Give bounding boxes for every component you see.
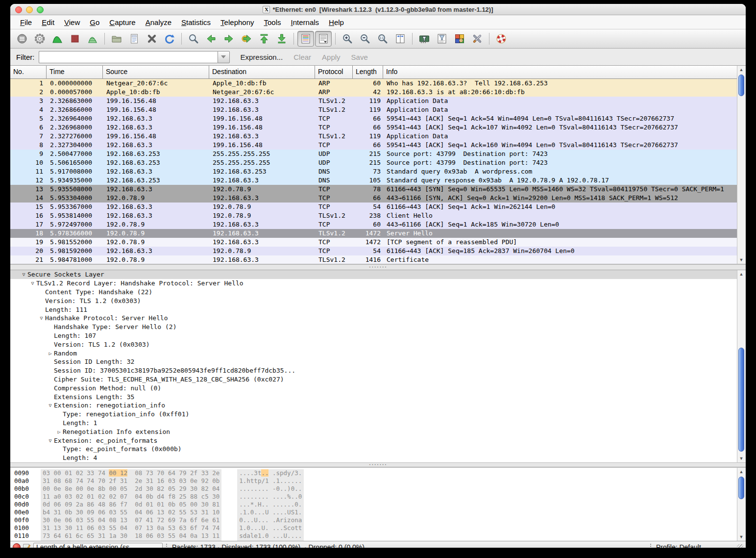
hex-row[interactable]: 009003 00 01 02 33 74 00 12 08 73 70 64 … — [14, 469, 737, 477]
expert-info-icon[interactable] — [13, 543, 21, 548]
tree-node[interactable]: ▽Handshake Protocol: Server Hello — [10, 314, 737, 323]
menu-statistics[interactable]: Statistics — [176, 17, 216, 28]
colorize-icon[interactable] — [297, 31, 314, 47]
display-filter-icon[interactable] — [434, 31, 450, 47]
packet-row[interactable]: 195.981552000192.0.78.9192.168.63.3TCP14… — [10, 238, 737, 247]
autoscroll-icon[interactable] — [315, 31, 332, 47]
expander-closed-icon[interactable]: ▷ — [55, 429, 63, 434]
hex-bytes[interactable]: 03 00 01 02 33 74 00 12 08 73 70 64 79 2… — [41, 469, 221, 477]
scroll-up-icon[interactable]: ▲ — [737, 66, 745, 74]
packet-row[interactable]: 115.917008000192.168.63.3192.168.63.253D… — [10, 167, 737, 176]
hex-bytes[interactable]: b4 31 0b 30 09 06 03 55 04 06 13 02 55 5… — [41, 508, 221, 516]
menu-tools[interactable]: Tools — [259, 17, 286, 28]
profile-status[interactable]: Profile: Default — [656, 543, 734, 548]
tree-node[interactable]: ▽Extension: ec_point_formats — [10, 436, 737, 445]
tree-node[interactable]: Content Type: Handshake (22) — [10, 288, 737, 297]
expander-open-icon[interactable]: ▽ — [47, 438, 54, 443]
column-header-source[interactable]: Source — [103, 66, 209, 78]
packet-row[interactable]: 92.500477000192.168.63.253255.255.255.25… — [10, 150, 737, 158]
menu-go[interactable]: Go — [85, 17, 104, 28]
tree-node[interactable]: ▽Extension: renegotiation_info — [10, 401, 737, 410]
tree-node[interactable]: Version: TLS 1.2 (0x0303) — [10, 340, 737, 349]
capture-filter-icon[interactable] — [416, 31, 433, 47]
bytes-scrollbar[interactable]: ▲ ▼ — [737, 468, 746, 541]
hex-bytes[interactable]: 00 0e 8e 00 0e 8b 00 05 2d 30 82 05 29 3… — [41, 485, 221, 493]
expander-open-icon[interactable]: ▽ — [47, 403, 54, 408]
filter-dropdown-button[interactable] — [218, 51, 230, 63]
tree-node[interactable]: Type: renegotiation_info (0xff01) — [10, 410, 737, 419]
packet-row[interactable]: 105.506165000192.168.63.253255.255.255.2… — [10, 158, 737, 167]
ascii-bytes[interactable]: ....3t.. .spdy/3. — [237, 469, 304, 477]
menu-file[interactable]: File — [15, 17, 37, 28]
packet-row[interactable]: 175.972497000192.0.78.9192.168.63.3TCP60… — [10, 220, 737, 229]
menu-view[interactable]: View — [59, 17, 85, 28]
statusbar-splitter[interactable] — [650, 544, 653, 548]
packet-row[interactable]: 205.981592000192.168.63.3192.0.78.9TCP54… — [10, 247, 737, 255]
scroll-down-icon[interactable]: ▼ — [737, 455, 745, 462]
ascii-bytes[interactable]: ...*.H.. ......0. — [237, 501, 304, 508]
details-scrollbar[interactable]: ▲ ▼ — [737, 270, 746, 462]
column-header-no[interactable]: No. — [10, 66, 47, 78]
start-capture-icon[interactable] — [49, 31, 66, 47]
resize-columns-icon[interactable] — [392, 31, 409, 47]
close-window-button[interactable] — [15, 6, 22, 13]
hex-bytes[interactable]: 30 0e 06 03 55 04 08 13 07 41 72 69 7a 6… — [41, 516, 221, 524]
packet-row[interactable]: 82.327304000192.168.63.3199.16.156.48TCP… — [10, 141, 737, 150]
tree-node[interactable]: Compression Method: null (0) — [10, 383, 737, 392]
details-scroll-thumb[interactable] — [738, 348, 744, 452]
go-forward-icon[interactable] — [220, 31, 237, 47]
packet-list-scrollbar[interactable]: ▲ ▼ — [737, 66, 746, 264]
resize-grip[interactable] — [737, 544, 743, 548]
filter-input[interactable] — [39, 51, 218, 63]
close-file-icon[interactable] — [144, 31, 160, 47]
packet-row[interactable]: 125.934935000192.168.63.253192.168.63.3D… — [10, 176, 737, 185]
tree-node[interactable]: Version: TLS 1.2 (0x0303) — [10, 296, 737, 305]
menu-analyze[interactable]: Analyze — [141, 17, 176, 28]
hex-row[interactable]: 00c011 a0 03 02 01 02 02 07 04 0b d4 f8 … — [14, 493, 737, 501]
statusbar-splitter[interactable] — [166, 544, 169, 548]
hex-row[interactable]: 00d00d 06 09 2a 86 48 86 f7 0d 01 01 0b … — [14, 501, 737, 508]
tree-node[interactable]: Session ID Length: 32 — [10, 357, 737, 366]
menu-edit[interactable]: Edit — [37, 17, 59, 28]
tree-node[interactable]: ▷Renegotiation Info extension — [10, 427, 737, 436]
go-back-icon[interactable] — [203, 31, 219, 47]
tree-node[interactable]: Session ID: 37005301c38197ba9252e805943f… — [10, 366, 737, 375]
expression-button[interactable]: Expression... — [241, 53, 283, 61]
packet-row-selected[interactable]: 185.978366000192.0.78.9192.168.63.3TLSv1… — [10, 229, 737, 238]
tree-node[interactable]: Length: 111 — [10, 305, 737, 314]
packet-row[interactable]: 20.000057000Apple_10:db:fbNetgear_20:67:… — [10, 88, 737, 97]
zoom-100-icon[interactable]: 1:1 — [374, 31, 391, 47]
ascii-bytes[interactable]: ........ -0..)0.. — [237, 485, 304, 493]
annotate-capture-icon[interactable] — [23, 543, 31, 548]
packet-row[interactable]: 52.326964000192.168.63.3199.16.156.48TCP… — [10, 114, 737, 123]
open-file-icon[interactable] — [108, 31, 125, 47]
stop-capture-icon[interactable] — [67, 31, 83, 47]
go-top-icon[interactable] — [256, 31, 272, 47]
find-packet-icon[interactable] — [185, 31, 202, 47]
hex-row[interactable]: 00a031 08 68 74 74 70 2f 31 2e 31 16 03 … — [14, 477, 737, 485]
packet-row[interactable]: 32.326863000199.16.156.48192.168.63.3TLS… — [10, 97, 737, 105]
capture-options-icon[interactable] — [31, 31, 48, 47]
hex-row[interactable]: 00b000 0e 8e 00 0e 8b 00 05 2d 30 82 05 … — [14, 485, 737, 493]
scroll-down-icon[interactable]: ▼ — [737, 533, 745, 541]
hex-bytes[interactable]: 0d 06 09 2a 86 48 86 f7 0d 01 01 0b 05 0… — [41, 501, 221, 508]
goto-packet-icon[interactable] — [238, 31, 255, 47]
bytes-scroll-thumb[interactable] — [738, 477, 744, 499]
scroll-up-icon[interactable]: ▲ — [737, 468, 745, 476]
column-header-time[interactable]: Time — [47, 66, 103, 78]
packet-row[interactable]: 62.326968000192.168.63.3199.16.156.48TCP… — [10, 123, 737, 132]
tree-node[interactable]: ▽Secure Sockets Layer — [10, 270, 737, 279]
hex-row[interactable]: 00f030 0e 06 03 55 04 08 13 07 41 72 69 … — [14, 516, 737, 524]
reload-icon[interactable] — [161, 31, 178, 47]
packet-row[interactable]: 10.000000000Netgear_20:67:6cApple_10:db:… — [10, 79, 737, 88]
packet-row[interactable]: 165.953814000192.168.63.3192.0.78.9TLSv1… — [10, 211, 737, 220]
expander-closed-icon[interactable]: ▷ — [47, 351, 54, 356]
go-bottom-icon[interactable] — [273, 31, 290, 47]
zoom-out-icon[interactable] — [357, 31, 373, 47]
scroll-down-icon[interactable]: ▼ — [737, 256, 745, 264]
menu-telephony[interactable]: Telephony — [216, 17, 259, 28]
list-details-splitter[interactable]: ······· — [10, 264, 746, 270]
packet-list-scroll-thumb[interactable] — [738, 75, 744, 96]
ascii-bytes[interactable]: 1.http/1 .1...... — [237, 477, 304, 485]
tree-node[interactable]: ▷Random — [10, 349, 737, 357]
